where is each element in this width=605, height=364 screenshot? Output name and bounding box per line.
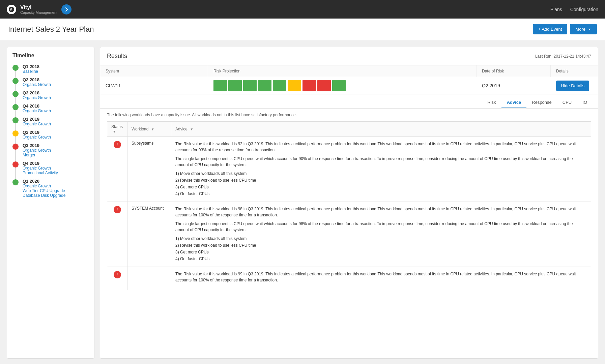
logo-icon: V [7,5,16,14]
timeline-dot [12,65,19,71]
timeline-period: Q2 2019 [23,130,51,135]
tab-cpu[interactable]: CPU [557,97,577,108]
advisory-row: !The Risk value for this workload is 99 … [107,267,591,290]
timeline-item: Q4 2019Organic GrowthPromotional Activit… [12,161,89,175]
workload-filter-icon[interactable]: ▼ [151,127,154,131]
timeline-event[interactable]: Organic Growth [23,82,51,87]
system-name: CLW11 [100,78,208,93]
timeline-content: Q1 2018Baseline [23,64,39,74]
timeline-event[interactable]: Baseline [23,69,39,74]
timeline-event[interactable]: Web Tier CPU Upgrade [23,188,65,193]
tab-io[interactable]: IO [577,97,593,108]
timeline-event[interactable]: Organic Growth [23,135,51,140]
timeline-item: Q1 2019Organic Growth [12,117,89,126]
risk-bar-9 [332,80,346,91]
risk-bar-3 [243,80,257,91]
risk-bar-4 [258,80,271,91]
col-system: System [100,65,208,77]
logo-text: Vityl Capacity Management [20,4,57,14]
timeline-content: Q4 2018Organic Growth [23,103,51,113]
timeline-event[interactable]: Organic Growth [23,122,51,126]
timeline-items: Q1 2018BaselineQ2 2018Organic GrowthQ3 2… [12,64,89,198]
logo-title: Vityl [20,4,57,10]
col-risk-projection: Risk Projection [208,65,477,77]
workload-name: SYSTEM Account [127,202,171,267]
timeline-content: Q3 2018Organic Growth [23,90,51,100]
risk-bar-1 [213,80,227,91]
nav-configuration[interactable]: Configuration [570,7,598,12]
timeline-event[interactable]: Promotional Activity [23,171,58,175]
timeline-event[interactable]: Database Disk Upgrade [23,193,65,198]
timeline-period: Q3 2018 [23,90,51,95]
warning-icon: ! [114,141,121,148]
timeline-content: Q1 2019Organic Growth [23,117,51,126]
results-table-header: System Risk Projection Date of Risk Deta… [100,65,598,77]
timeline-period: Q1 2018 [23,64,39,69]
timeline-dot [12,130,19,136]
timeline-period: Q3 2019 [23,143,51,148]
tab-risk[interactable]: Risk [482,97,501,108]
timeline-dot [12,78,19,84]
date-of-risk: Q2 2019 [477,78,551,93]
th-advice: Advice ▼ [171,122,591,137]
risk-bar-7 [302,80,316,91]
warning-icon: ! [114,206,121,213]
add-event-button[interactable]: + Add Event [533,24,567,34]
timeline-item: Q1 2020Organic GrowthWeb Tier CPU Upgrad… [12,179,89,198]
hide-details-button[interactable]: Hide Details [556,81,589,91]
timeline-event[interactable]: Organic Growth [23,184,65,188]
results-header: Results Last Run: 2017-12-21 14:43:47 [100,47,598,65]
timeline-event[interactable]: Organic Growth [23,109,51,113]
status-cell: ! [107,202,127,267]
timeline-event[interactable]: Organic Growth [23,95,51,100]
logo-area: V Vityl Capacity Management [7,4,71,14]
tab-advice[interactable]: Advice [501,97,527,108]
risk-bar-2 [228,80,242,91]
status-cell: ! [107,267,127,290]
timeline-dot [12,161,19,168]
workload-name [127,267,171,290]
details-cell: Hide Details [551,78,598,94]
results-title: Results [107,53,127,60]
advice-list: 1) Move other workloads off this system2… [175,171,587,197]
clw11-row: CLW11 Q2 2019 Hide Details [100,77,598,94]
nav-plans[interactable]: Plans [550,7,562,12]
tab-response[interactable]: Response [526,97,557,108]
advice-paragraph: The single largest component is CPU queu… [175,221,587,233]
col-date-of-risk: Date of Risk [477,65,551,77]
advice-list: 1) Move other workloads off this system2… [175,236,587,262]
timeline-event[interactable]: Organic Growth [23,148,51,153]
advice-list-item: 2) Revise this workload to use less CPU … [175,242,587,248]
advice-paragraph: The Risk value for this workload is 99 i… [175,271,587,283]
advice-filter-icon[interactable]: ▼ [190,127,193,131]
status-filter-icon[interactable]: ▼ [113,130,116,133]
timeline-period: Q2 2018 [23,77,51,82]
advice-list-item: 3) Get more CPUs [175,184,587,190]
timeline-period: Q4 2019 [23,161,58,166]
advisory-intro: The following workloads have a capacity … [107,113,591,117]
timeline-content: Q4 2019Organic GrowthPromotional Activit… [23,161,58,175]
timeline-event[interactable]: Organic Growth [23,166,58,171]
col-details: Details [551,65,598,77]
timeline-item: Q1 2018Baseline [12,64,89,74]
advice-list-item: 4) Get faster CPUs [175,256,587,262]
advisory-row: !SYSTEM AccountThe Risk value for this w… [107,202,591,267]
timeline-content: Q2 2018Organic Growth [23,77,51,87]
advisory-row: !SubsystemsThe Risk value for this workl… [107,137,591,202]
timeline-dot [12,91,19,97]
timeline-content: Q2 2019Organic Growth [23,130,51,140]
svg-text:V: V [10,8,12,11]
advice-list-item: 4) Get faster CPUs [175,191,587,197]
timeline-item: Q3 2019Organic GrowthMerger [12,143,89,157]
workload-name: Subsystems [127,137,171,202]
app-header: V Vityl Capacity Management Plans Config… [0,0,605,19]
nav-forward-button[interactable] [61,4,71,14]
logo-subtitle: Capacity Management [20,10,57,14]
last-run: Last Run: 2017-12-21 14:43:47 [535,54,591,59]
timeline-event[interactable]: Merger [23,153,51,157]
timeline-sidebar: Timeline Q1 2018BaselineQ2 2018Organic G… [7,47,94,359]
advisory-content: The following workloads have a capacity … [100,109,598,294]
advice-list-item: 1) Move other workloads off this system [175,171,587,177]
more-button[interactable]: More [570,24,597,34]
timeline-period: Q4 2018 [23,103,51,109]
